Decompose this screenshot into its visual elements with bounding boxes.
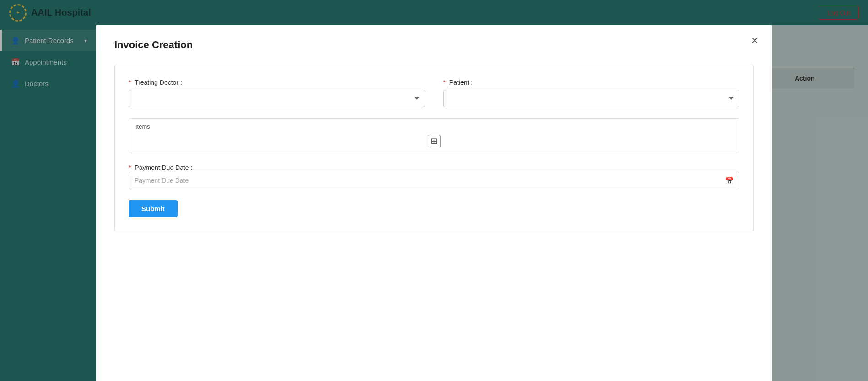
items-label: Items <box>129 119 739 130</box>
patient-label: * Patient : <box>443 79 740 86</box>
payment-due-date-input[interactable] <box>129 172 739 189</box>
patient-select[interactable] <box>443 90 740 107</box>
form-row-top: * Treating Doctor : * Patient : <box>129 79 739 107</box>
treating-doctor-label: * Treating Doctor : <box>129 79 425 86</box>
add-item-button[interactable]: ⊞ <box>428 135 441 147</box>
items-add-row: ⊞ <box>129 130 739 152</box>
payment-due-date-group: * Payment Due Date : 📅 <box>129 163 739 189</box>
payment-due-date-label: * Payment Due Date : <box>129 164 192 171</box>
items-section: Items ⊞ <box>129 118 739 152</box>
submit-button[interactable]: Submit <box>129 200 178 217</box>
modal-close-button[interactable]: × <box>751 34 758 46</box>
invoice-creation-modal: Invoice Creation × * Treating Doctor : * <box>96 25 772 381</box>
patient-group: * Patient : <box>443 79 740 107</box>
treating-doctor-group: * Treating Doctor : <box>129 79 425 107</box>
form-card: * Treating Doctor : * Patient : <box>114 65 754 231</box>
required-star-due: * <box>129 164 131 171</box>
modal-overlay: Invoice Creation × * Treating Doctor : * <box>0 0 868 381</box>
modal-title: Invoice Creation <box>114 39 754 51</box>
required-star: * <box>129 79 131 86</box>
required-star-patient: * <box>443 79 446 86</box>
due-date-input-wrap: 📅 <box>129 172 739 189</box>
treating-doctor-select[interactable] <box>129 90 425 107</box>
